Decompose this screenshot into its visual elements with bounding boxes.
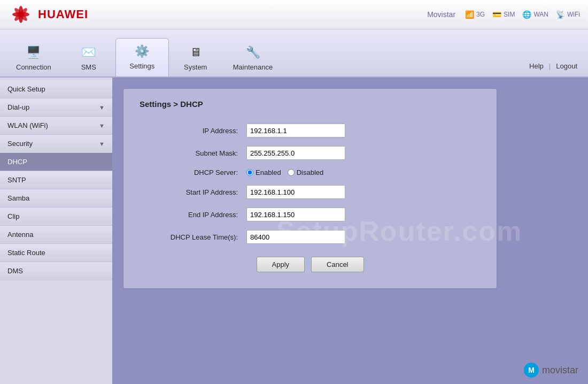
- nav-maintenance-label: Maintenance: [233, 63, 273, 71]
- nav-connection[interactable]: 🖥️ Connection: [5, 40, 62, 76]
- wan-icon: 🌐: [522, 10, 531, 19]
- dhcp-enabled-option[interactable]: Enabled: [246, 168, 281, 176]
- wifi-icon: 📡: [556, 10, 565, 19]
- sidebar-label-clip: Clip: [7, 212, 19, 220]
- nav-sms-label: SMS: [81, 63, 96, 71]
- ip-address-row: IP Address:: [140, 124, 481, 137]
- dhcp-disabled-label: Disabled: [297, 168, 324, 176]
- header: HUAWEI Movistar 📶 3G 💳 SIM 🌐 WAN 📡 WiFi: [0, 0, 588, 29]
- dhcp-server-row: DHCP Server: Enabled Disabled: [140, 168, 481, 176]
- nav-connection-label: Connection: [16, 63, 51, 71]
- sidebar-label-security: Security: [7, 140, 33, 148]
- sidebar-label-antenna: Antenna: [7, 231, 33, 239]
- sidebar-label-dms: DMS: [7, 267, 23, 275]
- button-row: Apply Cancel: [140, 257, 481, 272]
- wan-label: WAN: [533, 11, 548, 18]
- sidebar-item-sntp[interactable]: SNTP: [0, 171, 112, 189]
- wlan-arrow-icon: ▼: [99, 122, 105, 129]
- nav-system-label: System: [184, 63, 207, 71]
- sidebar-label-sntp: SNTP: [7, 176, 26, 184]
- dhcp-settings-panel: Settings > DHCP IP Address: Subnet Mask:…: [123, 88, 497, 289]
- provider-label: Movistar: [427, 10, 455, 19]
- signal-wifi: 📡 WiFi: [556, 10, 580, 19]
- subnet-mask-label: Subnet Mask:: [140, 149, 246, 157]
- dhcp-server-label: DHCP Server:: [140, 168, 246, 176]
- signal-sim: 💳 SIM: [492, 10, 515, 19]
- end-ip-row: End IP Address:: [140, 208, 481, 221]
- sidebar-label-static-route: Static Route: [7, 249, 45, 257]
- movistar-logo-icon: M: [524, 363, 539, 378]
- sim-label: SIM: [504, 11, 515, 18]
- nav-links: Help | Logout: [524, 62, 583, 76]
- start-ip-row: Start IP Address:: [140, 185, 481, 199]
- content-area: SetupRouter.com Settings > DHCP IP Addre…: [112, 78, 588, 384]
- wifi-label: WiFi: [567, 11, 580, 18]
- maintenance-icon: 🔧: [243, 44, 263, 61]
- footer-brand: M movistar: [524, 363, 578, 378]
- sidebar-item-clip[interactable]: Clip: [0, 208, 112, 226]
- dhcp-enabled-label: Enabled: [256, 168, 281, 176]
- start-ip-label: Start IP Address:: [140, 188, 246, 196]
- sim-icon: 💳: [492, 10, 501, 19]
- nav-maintenance[interactable]: 🔧 Maintenance: [222, 40, 283, 76]
- brand-name: HUAWEI: [38, 7, 88, 21]
- sidebar-item-security[interactable]: Security ▼: [0, 135, 112, 153]
- cancel-button[interactable]: Cancel: [311, 257, 363, 272]
- sidebar-item-samba[interactable]: Samba: [0, 189, 112, 208]
- movistar-m-letter: M: [528, 366, 535, 374]
- signal-info: 📶 3G 💳 SIM 🌐 WAN 📡 WiFi: [465, 10, 580, 19]
- header-right: Movistar 📶 3G 💳 SIM 🌐 WAN 📡 WiFi: [427, 10, 580, 19]
- sidebar-label-quick-setup: Quick Setup: [7, 85, 45, 93]
- sidebar-label-dial-up: Dial-up: [7, 103, 29, 111]
- signal-3g: 📶 3G: [465, 10, 485, 19]
- security-arrow-icon: ▼: [99, 141, 105, 147]
- system-icon: 🖥: [185, 44, 206, 61]
- panel-title: Settings > DHCP: [140, 99, 481, 113]
- sidebar-label-samba: Samba: [7, 194, 29, 202]
- sidebar-label-wlan: WLAN (WiFi): [7, 121, 48, 129]
- lease-time-input[interactable]: [246, 230, 345, 244]
- navbar: 🖥️ Connection ✉️ SMS ⚙️ Settings 🖥 Syste…: [0, 29, 588, 78]
- sidebar-item-dms[interactable]: DMS: [0, 262, 112, 280]
- apply-button[interactable]: Apply: [257, 257, 305, 272]
- nav-settings-label: Settings: [129, 62, 154, 70]
- dhcp-disabled-option[interactable]: Disabled: [288, 168, 324, 176]
- settings-icon: ⚙️: [132, 43, 152, 60]
- start-ip-input[interactable]: [246, 185, 345, 199]
- sidebar-item-wlan[interactable]: WLAN (WiFi) ▼: [0, 117, 112, 135]
- huawei-logo-icon: [8, 5, 34, 24]
- sidebar-item-dhcp[interactable]: DHCP: [0, 153, 112, 171]
- logout-link[interactable]: Logout: [551, 62, 583, 70]
- ip-address-label: IP Address:: [140, 127, 246, 135]
- lease-time-label: DHCP Lease Time(s):: [140, 233, 246, 241]
- sidebar-item-dial-up[interactable]: Dial-up ▼: [0, 98, 112, 117]
- sidebar-item-quick-setup[interactable]: Quick Setup: [0, 80, 112, 98]
- signal-3g-label: 3G: [476, 11, 485, 18]
- sidebar-label-dhcp: DHCP: [7, 158, 27, 166]
- subnet-mask-input[interactable]: [246, 146, 345, 160]
- main: Quick Setup Dial-up ▼ WLAN (WiFi) ▼ Secu…: [0, 78, 588, 384]
- ip-address-input[interactable]: [246, 124, 345, 137]
- end-ip-label: End IP Address:: [140, 211, 246, 219]
- end-ip-input[interactable]: [246, 208, 345, 221]
- dhcp-disabled-radio[interactable]: [288, 169, 295, 176]
- footer-brand-name: movistar: [542, 365, 578, 376]
- dial-up-arrow-icon: ▼: [99, 104, 105, 111]
- signal-3g-icon: 📶: [465, 10, 474, 19]
- logo-area: HUAWEI: [8, 5, 88, 24]
- dhcp-enabled-radio[interactable]: [246, 169, 253, 176]
- signal-wan: 🌐 WAN: [522, 10, 548, 19]
- nav-system[interactable]: 🖥 System: [169, 40, 222, 76]
- sms-icon: ✉️: [79, 44, 99, 61]
- sidebar-item-antenna[interactable]: Antenna: [0, 226, 112, 244]
- sidebar: Quick Setup Dial-up ▼ WLAN (WiFi) ▼ Secu…: [0, 78, 112, 384]
- dhcp-radio-group: Enabled Disabled: [246, 168, 323, 176]
- subnet-mask-row: Subnet Mask:: [140, 146, 481, 160]
- nav-sms[interactable]: ✉️ SMS: [62, 40, 115, 76]
- help-link[interactable]: Help: [524, 62, 549, 70]
- sidebar-item-static-route[interactable]: Static Route: [0, 244, 112, 262]
- connection-icon: 🖥️: [24, 44, 44, 61]
- nav-settings[interactable]: ⚙️ Settings: [115, 38, 169, 76]
- lease-time-row: DHCP Lease Time(s):: [140, 230, 481, 244]
